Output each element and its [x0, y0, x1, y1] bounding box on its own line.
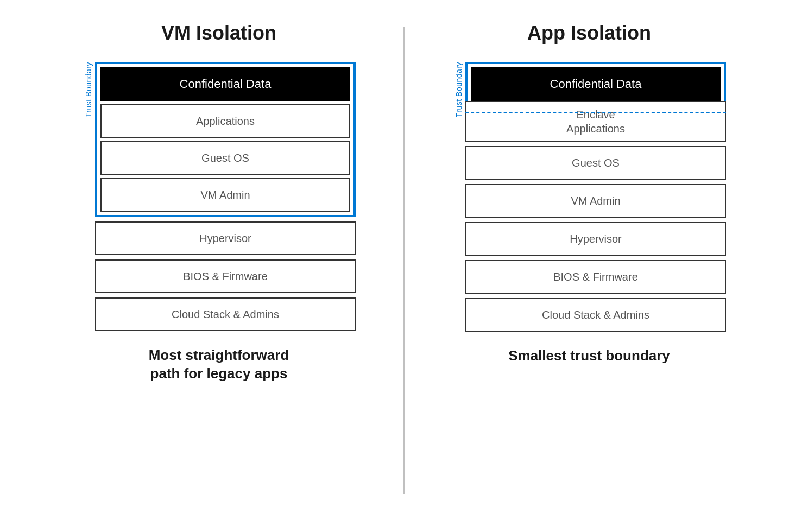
right-vm-admin: VM Admin: [465, 184, 726, 218]
right-trust-label-container: Trust Boundary: [452, 62, 465, 117]
right-title: App Isolation: [527, 22, 651, 45]
right-bios-firmware: BIOS & Firmware: [465, 260, 726, 294]
left-diagram-column: VM Isolation Trust Boundary Confidential…: [34, 22, 403, 383]
right-confidential-data: Confidential Data: [471, 67, 721, 101]
left-footer: Most straightforward path for legacy app…: [149, 346, 289, 383]
right-diagram-area: Trust Boundary Confidential Data Enclave…: [415, 62, 763, 332]
left-trust-boundary-box: Confidential Data Applications Guest OS …: [95, 62, 356, 217]
right-enclave-applications: Enclave Applications: [465, 101, 726, 142]
right-trust-label: Trust Boundary: [454, 62, 463, 117]
right-diagram-column: App Isolation Trust Boundary Confidentia…: [405, 22, 774, 365]
right-outside-items: Guest OS VM Admin Hypervisor BIOS & Firm…: [465, 146, 726, 332]
right-footer: Smallest trust boundary: [508, 347, 670, 365]
left-bios-firmware: BIOS & Firmware: [95, 259, 356, 293]
left-trust-label-container: Trust Boundary: [82, 62, 95, 117]
left-cloud-stack-admins: Cloud Stack & Admins: [95, 297, 356, 331]
right-trust-boundary-box: Confidential Data: [465, 62, 726, 103]
right-guest-os: Guest OS: [465, 146, 726, 180]
right-hypervisor: Hypervisor: [465, 222, 726, 256]
page-container: VM Isolation Trust Boundary Confidential…: [0, 0, 808, 532]
left-outside-items: Hypervisor BIOS & Firmware Cloud Stack &…: [95, 221, 356, 331]
enclave-dashed-line: [465, 112, 726, 113]
left-title: VM Isolation: [161, 22, 276, 45]
left-stack-wrapper: Confidential Data Applications Guest OS …: [95, 62, 356, 331]
left-applications: Applications: [100, 104, 350, 138]
left-trust-label: Trust Boundary: [84, 62, 93, 117]
enclave-applications-wrapper: Enclave Applications: [465, 101, 726, 142]
right-stack-wrapper: Confidential Data Enclave Applications G…: [465, 62, 726, 332]
left-guest-os: Guest OS: [100, 141, 350, 175]
left-vm-admin: VM Admin: [100, 178, 350, 212]
left-confidential-data: Confidential Data: [100, 67, 350, 101]
left-diagram-area: Trust Boundary Confidential Data Applica…: [45, 62, 393, 331]
right-cloud-stack-admins: Cloud Stack & Admins: [465, 298, 726, 332]
left-hypervisor: Hypervisor: [95, 221, 356, 255]
